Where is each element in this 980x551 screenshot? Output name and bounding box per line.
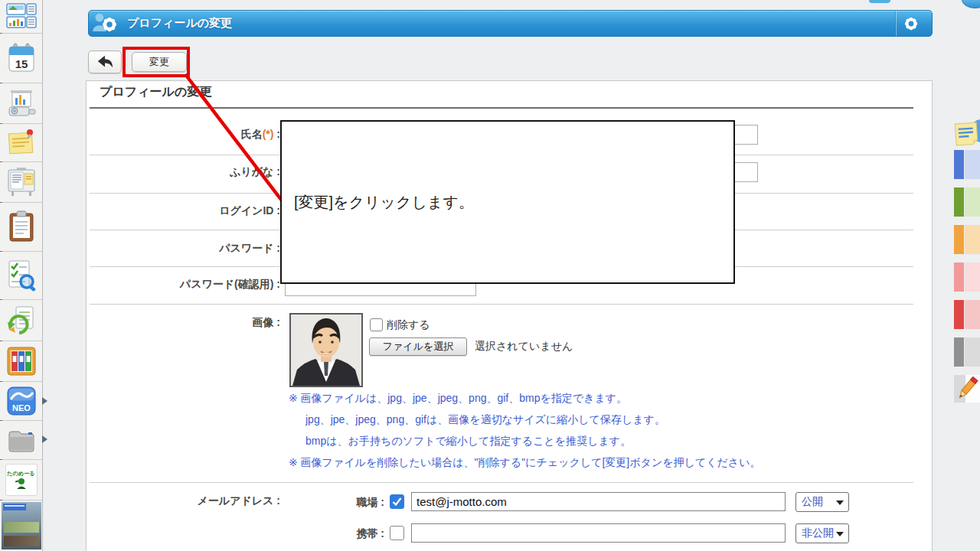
- workflow-icon: [6, 304, 37, 336]
- title-underline: [90, 107, 913, 109]
- mobile-email-checkbox[interactable]: [390, 526, 404, 540]
- sidebar-item-portal[interactable]: [0, 0, 42, 32]
- clipboard-icon: [8, 210, 34, 243]
- back-button[interactable]: [88, 51, 122, 73]
- gear-icon: [101, 16, 118, 33]
- neo-label: NEO: [12, 403, 31, 412]
- sidebar-item-bulletin-board[interactable]: [0, 161, 42, 202]
- chevron-down-icon: [836, 532, 844, 536]
- sidebar-item-facility[interactable]: [0, 83, 42, 123]
- sidebar-item-document-library[interactable]: [0, 341, 42, 381]
- profile-photo: [289, 313, 363, 387]
- password-label: パスワード :: [89, 242, 280, 256]
- change-button-label: 変更: [149, 55, 169, 69]
- delete-image-label: 削除する: [387, 318, 430, 332]
- sidebar-item-tanomeru[interactable]: たのめーる: [0, 459, 42, 500]
- kana-label: ふりがな :: [89, 165, 280, 179]
- bulletin-board-icon: [6, 167, 37, 197]
- tanomeru-label: たのめーる: [7, 470, 35, 478]
- mobile-email-input[interactable]: [411, 523, 786, 543]
- page-header-bar: プロフィールの変更: [88, 10, 933, 37]
- app-launcher-sidebar: 15: [0, 0, 43, 551]
- label-red-icon[interactable]: [954, 300, 980, 329]
- expand-arrow-icon[interactable]: [42, 435, 47, 443]
- sidebar-item-circular[interactable]: [0, 202, 42, 251]
- image-note-2: jpg、jpe、jpeg、png、gifは、画像を適切なサイズに縮小して保存しま…: [305, 413, 665, 427]
- image-note-1: ※ 画像ファイルは、jpg、jpe、jpeg、png、gif、bmpを指定できま…: [289, 392, 627, 406]
- email-label: メールアドレス :: [89, 494, 280, 508]
- image-note-3: bmpは、お手持ちのソフトで縮小して指定することを推奨します。: [305, 435, 631, 448]
- work-visibility-value: 公開: [802, 495, 823, 509]
- sidebar-item-workflow[interactable]: [0, 299, 42, 341]
- mobile-visibility-value: 非公開: [802, 527, 834, 540]
- gear-icon: [903, 16, 919, 31]
- calendar-day: 15: [15, 57, 28, 70]
- label-pink-icon[interactable]: [954, 262, 980, 292]
- sidebar-item-neo-mail[interactable]: NEO: [0, 381, 42, 420]
- expand-arrow-icon[interactable]: [42, 397, 47, 405]
- form-title: プロフィールの変更: [100, 84, 211, 100]
- work-email-checkbox[interactable]: [390, 494, 404, 509]
- delete-image-checkbox[interactable]: [370, 318, 383, 331]
- cropped-toolbar-fragment: [869, 0, 890, 3]
- password-confirm-label: パスワード(確認用) :: [89, 278, 280, 292]
- tanomeru-icon: たのめーる: [5, 464, 38, 496]
- calendar-icon: 15: [8, 43, 35, 73]
- chevron-down-icon: [836, 500, 844, 505]
- settings-button[interactable]: [896, 11, 926, 36]
- pencil-icon: [954, 375, 980, 403]
- sidebar-item-memo[interactable]: [0, 123, 42, 161]
- presentation-icon: [6, 89, 37, 118]
- page-title: プロフィールの変更: [127, 11, 232, 36]
- profile-edit-screen: 15: [0, 0, 980, 551]
- image-note-4: ※ 画像ファイルを削除したい場合は、"削除する"にチェックして[変更]ボタンを押…: [289, 456, 761, 470]
- label-blue-icon[interactable]: [954, 150, 980, 179]
- file-select-label: ファイルを選択: [383, 340, 454, 354]
- file-select-button[interactable]: ファイルを選択: [369, 337, 467, 356]
- back-arrow-icon: [95, 54, 115, 70]
- mobile-email-label: 携帯 :: [323, 527, 384, 541]
- photo-banner-icon: [2, 502, 41, 549]
- note-icon: [954, 117, 980, 146]
- work-email-input[interactable]: [411, 492, 786, 511]
- mobile-visibility-select[interactable]: 非公開: [795, 523, 849, 543]
- document-library-icon: [7, 347, 36, 376]
- row-divider: [90, 304, 913, 305]
- check-icon: [390, 495, 403, 508]
- change-button[interactable]: 変更: [132, 52, 187, 72]
- task-search-icon: [6, 259, 37, 292]
- label-orange-icon[interactable]: [954, 225, 980, 254]
- tutorial-text: [変更]をクリックします。: [282, 192, 474, 213]
- row-divider: [90, 482, 913, 483]
- name-label: 氏名(*) :: [89, 128, 280, 142]
- required-mark: (*): [263, 128, 274, 140]
- sidebar-item-note[interactable]: [954, 117, 980, 145]
- label-gray-icon[interactable]: [954, 337, 980, 367]
- edit-pencil-button[interactable]: [954, 375, 980, 403]
- sidebar-item-banner[interactable]: [0, 500, 42, 551]
- cabinet-icon: [6, 428, 37, 452]
- cropped-help-button-fragment: [962, 0, 980, 8]
- sidebar-item-schedule[interactable]: 15: [0, 33, 42, 83]
- login-id-label: ログインID :: [89, 204, 280, 218]
- tutorial-callout: [変更]をクリックします。: [280, 120, 735, 284]
- memo-icon: [6, 127, 37, 158]
- neo-mail-icon: NEO: [7, 386, 36, 416]
- image-label: 画像 :: [89, 316, 280, 330]
- file-status-text: 選択されていません: [475, 340, 573, 354]
- label-green-icon[interactable]: [954, 187, 980, 217]
- sidebar-item-cabinet[interactable]: [0, 420, 42, 459]
- portal-icon: [6, 3, 37, 29]
- work-visibility-select[interactable]: 公開: [795, 492, 849, 512]
- sidebar-item-task-search[interactable]: [0, 251, 42, 299]
- work-email-label: 職場 :: [323, 496, 384, 510]
